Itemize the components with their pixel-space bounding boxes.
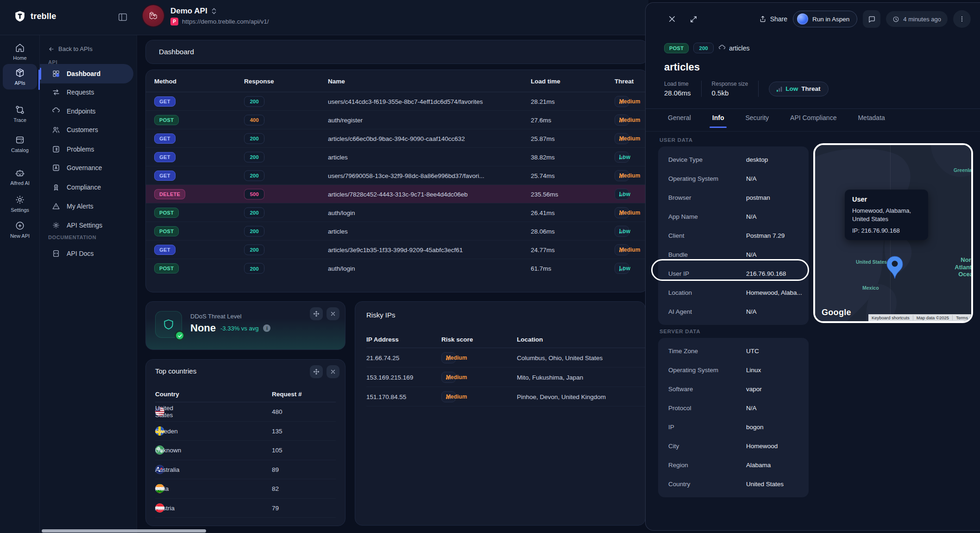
rail-item-catalog[interactable]: Catalog: [3, 131, 37, 157]
country-row[interactable]: Austria 79: [155, 499, 336, 518]
risky-ips-widget: Risky IPs IP Address Risk score Location…: [355, 301, 646, 526]
more-options-icon[interactable]: [953, 10, 971, 28]
subnav-item-api-docs[interactable]: API Docs: [40, 244, 133, 263]
expand-icon[interactable]: [685, 10, 702, 28]
aspen-logo-icon: [797, 13, 808, 25]
clock-icon: [892, 16, 899, 23]
api-switcher-icon[interactable]: [211, 7, 217, 15]
table-row[interactable]: GET 200 articles/3e9c1b35-1f33-399d-9209…: [146, 241, 647, 259]
subnav-item-governance[interactable]: Governance: [40, 158, 133, 178]
load-time: 25.74ms: [531, 172, 555, 179]
comment-icon[interactable]: [863, 10, 880, 28]
requests-table: Method Response Name Load time Threat GE…: [145, 70, 648, 292]
rail-item-settings[interactable]: Settings: [3, 191, 37, 216]
horizontal-scrollbar-thumb[interactable]: [42, 529, 206, 533]
subnav-item-api-settings[interactable]: API Settings: [40, 216, 133, 235]
table-row-highlighted[interactable]: DELETE 500 articles/7828c452-4443-313c-9…: [146, 185, 647, 203]
request-name: articles/3e9c1b35-1f33-399d-9209-45abfc3…: [328, 246, 463, 253]
subnav-item-problems[interactable]: Problems: [40, 140, 133, 159]
close-icon[interactable]: [327, 307, 339, 320]
kv-row: App NameN/A: [658, 207, 809, 226]
sidebar-collapse-icon[interactable]: [116, 10, 130, 24]
risky-ips-title: Risky IPs: [366, 311, 396, 319]
share-button[interactable]: Share: [759, 15, 787, 23]
request-detail-panel: Share Run in Aspen 4 minutes ago POST 20…: [645, 2, 980, 531]
subnav-item-compliance[interactable]: Compliance: [40, 178, 133, 197]
keyboard-shortcuts-link[interactable]: Keyboard shortcuts: [868, 315, 913, 320]
threat-badge: Medium: [615, 114, 629, 126]
drag-handle-icon[interactable]: [310, 365, 323, 378]
alert-triangle-icon: [52, 202, 60, 210]
country-row[interactable]: United States 480: [155, 402, 336, 422]
drag-handle-icon[interactable]: [310, 307, 323, 320]
api-header[interactable]: Demo API P https://demo.treblle.com/api/…: [143, 5, 269, 26]
request-name: articles/7828c452-4443-313c-9c71-8ee4d4d…: [328, 190, 468, 197]
brand[interactable]: treblle: [14, 10, 56, 22]
subnav-item-my-alerts[interactable]: My Alerts: [40, 197, 133, 216]
map-marker-pin[interactable]: [886, 255, 904, 279]
rail-item-apis[interactable]: APIs: [3, 64, 37, 89]
tab-info[interactable]: Info: [712, 114, 724, 128]
rail-item-trace[interactable]: Trace: [3, 101, 37, 127]
tab-general[interactable]: General: [668, 114, 691, 128]
risky-ip-row[interactable]: 153.169.215.169 Medium Mito, Fukushima, …: [366, 368, 645, 387]
risk-badge: Medium: [441, 352, 456, 363]
rail-item-new-api[interactable]: New API: [3, 217, 37, 242]
table-row[interactable]: GET 200 users/79690058-13ce-32f9-98dc-8a…: [146, 166, 647, 185]
server-data-card: Time ZoneUTC Operating SystemLinux Softw…: [658, 338, 809, 497]
rail-item-alfred-ai[interactable]: Alfred AI: [3, 164, 37, 190]
request-stats: Load time 28.06ms Response size 0.5kb Lo…: [664, 81, 829, 97]
table-row[interactable]: POST 200 auth/login 61.7ms Low: [146, 259, 647, 278]
run-in-aspen-button[interactable]: Run in Aspen: [793, 11, 857, 27]
map-tooltip-title: User: [852, 196, 921, 203]
country-row[interactable]: India 82: [155, 479, 336, 499]
table-row[interactable]: POST 200 auth/login 26.41ms Medium: [146, 203, 647, 222]
table-row[interactable]: POST 200 articles 28.06ms Low: [146, 222, 647, 241]
load-time: 235.56ms: [531, 190, 558, 197]
request-name: users/79690058-13ce-32f9-98dc-8a86e996bd…: [328, 172, 484, 179]
terms-link[interactable]: Terms: [952, 315, 971, 320]
info-icon[interactable]: i: [263, 324, 270, 332]
country-row[interactable]: Sweden 135: [155, 422, 336, 441]
google-logo: Google: [822, 308, 851, 317]
close-icon[interactable]: [663, 10, 681, 28]
endpoint-name: articles: [729, 44, 749, 52]
risky-ip-row[interactable]: 151.170.84.55 Medium Pinhoe, Devon, Unit…: [366, 387, 645, 406]
table-row[interactable]: GET 200 articles/c66ec0bd-9bac-394c-9090…: [146, 129, 647, 148]
map-canvas: Greenland United States Mexico North Atl…: [815, 145, 971, 321]
tab-metadata[interactable]: Metadata: [858, 114, 885, 128]
subnav-item-customers[interactable]: Customers: [40, 120, 133, 140]
close-icon[interactable]: [327, 365, 339, 378]
threat-badge: Low: [615, 263, 629, 274]
ddos-delta: -3.33% vs avg: [220, 325, 258, 332]
topbar: treblle Demo API P https://demo.treblle.…: [0, 0, 648, 35]
method-badge: POST: [154, 115, 179, 125]
tab-api-compliance[interactable]: API Compliance: [790, 114, 836, 128]
country-row[interactable]: Unknown 105: [155, 441, 336, 460]
request-name: auth/register: [328, 116, 363, 123]
catalog-icon: [15, 135, 25, 145]
load-time: 25.87ms: [531, 135, 555, 142]
country-row[interactable]: Australia 89: [155, 460, 336, 480]
risky-ip-row[interactable]: 21.66.74.25 Medium Columbus, Ohio, Unite…: [366, 348, 645, 368]
subnav-item-requests[interactable]: Requests: [40, 82, 133, 102]
table-row[interactable]: POST 400 auth/register 27.6ms Medium: [146, 111, 647, 129]
threat-badge: Medium: [615, 133, 629, 144]
table-row[interactable]: GET 200 users/c414cdc3-f619-355e-8bc7-4e…: [146, 92, 647, 111]
location-map[interactable]: Greenland United States Mexico North Atl…: [813, 143, 973, 323]
request-name: auth/login: [328, 265, 355, 272]
table-row[interactable]: GET 200 articles 38.82ms Low: [146, 148, 647, 166]
share-icon: [759, 15, 766, 23]
server-data-section-label: SERVER DATA: [660, 329, 700, 334]
subnav-item-dashboard[interactable]: Dashboard: [40, 64, 133, 83]
status-badge: 200: [244, 207, 264, 218]
subnav-item-endpoints[interactable]: Endpoints: [40, 102, 133, 121]
kv-row: RegionAlabama: [658, 456, 809, 475]
api-subnav: Back to APIs API Dashboard Requests Endp…: [40, 35, 137, 533]
kv-row: Operating SystemLinux: [658, 361, 809, 380]
tab-security[interactable]: Security: [745, 114, 769, 128]
rail-item-home[interactable]: Home: [3, 39, 37, 64]
kv-row: Browserpostman: [658, 188, 809, 207]
load-time: 26.41ms: [531, 209, 555, 216]
back-to-apis-link[interactable]: Back to APIs: [48, 45, 93, 52]
